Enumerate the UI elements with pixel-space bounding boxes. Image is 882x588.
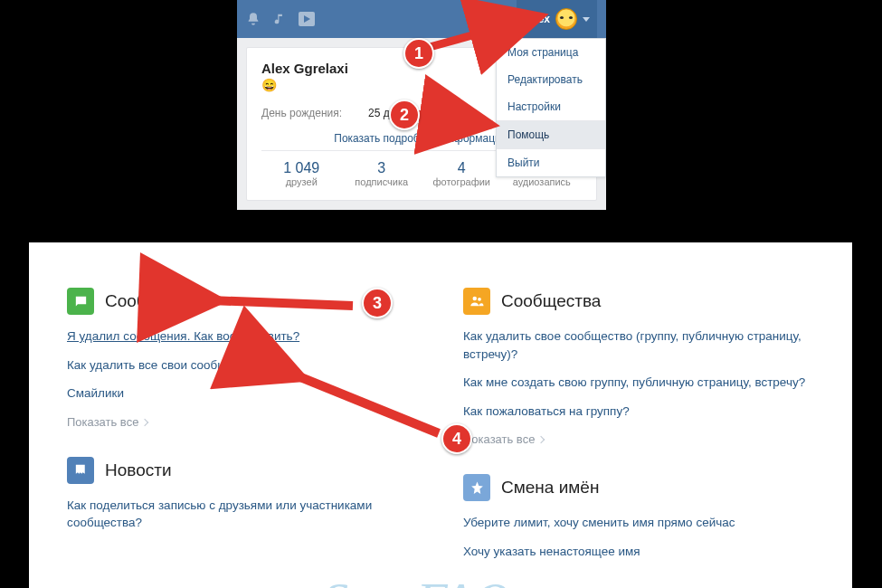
help-link[interactable]: Как пожаловаться на группу? xyxy=(463,403,823,421)
user-menu-trigger[interactable]: Alex xyxy=(517,0,597,38)
play-icon[interactable] xyxy=(299,12,315,26)
section-title: Смена имён xyxy=(501,478,599,498)
bell-icon[interactable] xyxy=(246,12,261,26)
section-communities: Сообщества Как удалить свое сообщество (… xyxy=(463,288,823,447)
dd-edit[interactable]: Редактировать xyxy=(497,66,605,93)
help-link[interactable]: Я удалил сообщения. Как восстановить? xyxy=(67,327,427,346)
help-link[interactable]: Как мне создать свою группу, публичную с… xyxy=(463,374,823,392)
section-title: Сообщения xyxy=(105,291,198,311)
user-dropdown: Моя страница Редактировать Настройки Пом… xyxy=(496,38,606,177)
annotation-badge-3: 3 xyxy=(362,288,393,318)
avatar xyxy=(555,8,577,30)
messages-icon xyxy=(67,288,94,315)
section-news: Новости Как поделиться записью с друзьям… xyxy=(67,457,427,532)
annotation-badge-2: 2 xyxy=(389,100,420,130)
help-link[interactable]: Как удалить свое сообщество (группу, пуб… xyxy=(463,327,823,363)
star-icon xyxy=(463,474,490,501)
dd-settings[interactable]: Настройки xyxy=(497,93,605,120)
help-link[interactable]: Хочу указать ненастоящее имя xyxy=(463,543,823,561)
section-names: Смена имён Уберите лимит, хочу сменить и… xyxy=(463,474,823,560)
svg-point-0 xyxy=(473,297,478,301)
help-link[interactable]: Уберите лимит, хочу сменить имя прямо се… xyxy=(463,514,823,532)
birth-label: День рождения: xyxy=(261,107,368,119)
header-username: Alex xyxy=(527,13,550,25)
chevron-right-icon xyxy=(537,436,545,443)
stat-photos[interactable]: 4 фотографии xyxy=(422,151,502,193)
help-link[interactable]: Смайлики xyxy=(67,384,427,403)
svg-point-1 xyxy=(478,298,481,301)
music-icon[interactable] xyxy=(273,13,286,25)
dd-help[interactable]: Помощь xyxy=(497,120,605,148)
stat-followers[interactable]: 3 подписчика xyxy=(342,151,422,193)
communities-icon xyxy=(463,288,490,315)
dd-logout[interactable]: Выйти xyxy=(497,148,605,176)
section-title: Новости xyxy=(105,460,172,480)
annotation-badge-4: 4 xyxy=(441,423,472,454)
help-link[interactable]: Как поделиться записью с друзьями или уч… xyxy=(67,497,427,532)
help-link[interactable]: Как удалить все свои сообщения? xyxy=(67,356,427,375)
news-icon xyxy=(67,457,94,484)
help-panel: Soc-FAQ.ru Социальные сети это просто! С… xyxy=(29,242,852,588)
show-all-link[interactable]: Показать все xyxy=(463,432,544,446)
chevron-down-icon xyxy=(583,17,590,22)
vk-profile-panel: Alex Моя страница Редактировать Настройк… xyxy=(237,0,606,210)
section-title: Сообщества xyxy=(501,291,601,311)
vk-header: Alex Моя страница Редактировать Настройк… xyxy=(237,0,606,38)
stat-friends[interactable]: 1 049 друзей xyxy=(261,151,342,193)
chevron-right-icon xyxy=(141,418,148,425)
dd-my-page[interactable]: Моя страница xyxy=(497,39,605,66)
show-all-link[interactable]: Показать все xyxy=(67,415,147,429)
annotation-badge-1: 1 xyxy=(403,38,434,69)
